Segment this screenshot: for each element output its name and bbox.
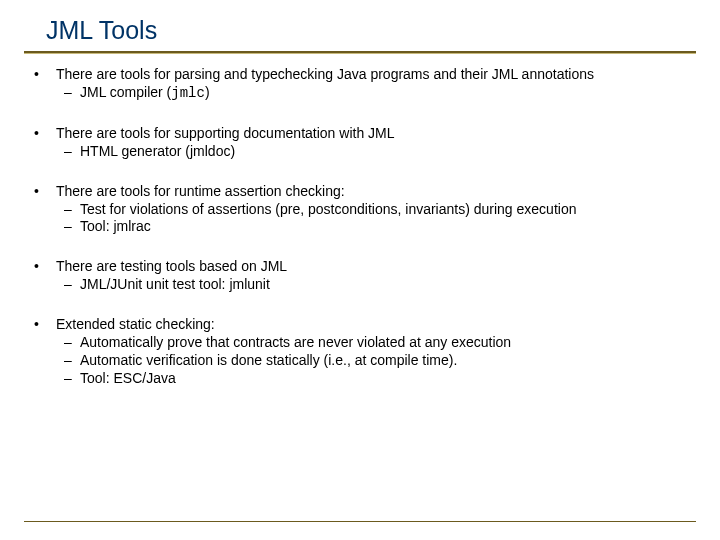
tool-jmlc: jmlc	[171, 85, 205, 101]
sub-text: Tool:	[80, 218, 113, 234]
sub-text-post: )	[230, 143, 235, 159]
bullet-text: There are tools for runtime assertion ch…	[56, 183, 345, 199]
sub-bullet-jmlc: JML compiler (jmlc)	[56, 84, 692, 103]
bullet-text: Extended static checking:	[56, 316, 215, 332]
slide: { "title": "JML Tools", "bullets": { "b1…	[0, 0, 720, 540]
sub-bullet-jmldoc: HTML generator (jmldoc)	[56, 143, 692, 161]
bullet-text: There are tools for parsing and typechec…	[56, 66, 594, 82]
tool-escjava: ESC/Java	[113, 370, 175, 386]
bullet-documentation: There are tools for supporting documenta…	[28, 125, 692, 161]
sub-text: JML/JUnit unit test tool:	[80, 276, 229, 292]
slide-title: JML Tools	[0, 0, 720, 51]
bullet-text: There are testing tools based on JML	[56, 258, 287, 274]
sub-bullet-violations: Test for violations of assertions (pre, …	[56, 201, 692, 219]
tool-jmldoc: jmldoc	[190, 143, 230, 159]
bullet-static-checking: Extended static checking: Automatically …	[28, 316, 692, 388]
sub-bullet-prove: Automatically prove that contracts are n…	[56, 334, 692, 352]
footer-rule	[24, 521, 696, 522]
bullet-runtime-checking: There are tools for runtime assertion ch…	[28, 183, 692, 237]
bullet-testing: There are testing tools based on JML JML…	[28, 258, 692, 294]
sub-text: Automatic verification is done staticall…	[80, 352, 457, 368]
sub-text: Test for violations of assertions (pre, …	[80, 201, 576, 217]
sub-text-post: )	[205, 84, 210, 100]
bullet-text: There are tools for supporting documenta…	[56, 125, 395, 141]
bullet-parsing: There are tools for parsing and typechec…	[28, 66, 692, 103]
sub-text: Automatically prove that contracts are n…	[80, 334, 511, 350]
sub-bullet-escjava: Tool: ESC/Java	[56, 370, 692, 388]
slide-content: There are tools for parsing and typechec…	[0, 54, 720, 388]
sub-bullet-static: Automatic verification is done staticall…	[56, 352, 692, 370]
sub-text: JML compiler (	[80, 84, 171, 100]
sub-text: Tool:	[80, 370, 113, 386]
tool-jmlrac: jmlrac	[113, 218, 150, 234]
tool-jmlunit: jmlunit	[229, 276, 269, 292]
sub-bullet-jmlrac: Tool: jmlrac	[56, 218, 692, 236]
sub-text: HTML generator (	[80, 143, 190, 159]
sub-bullet-jmlunit: JML/JUnit unit test tool: jmlunit	[56, 276, 692, 294]
